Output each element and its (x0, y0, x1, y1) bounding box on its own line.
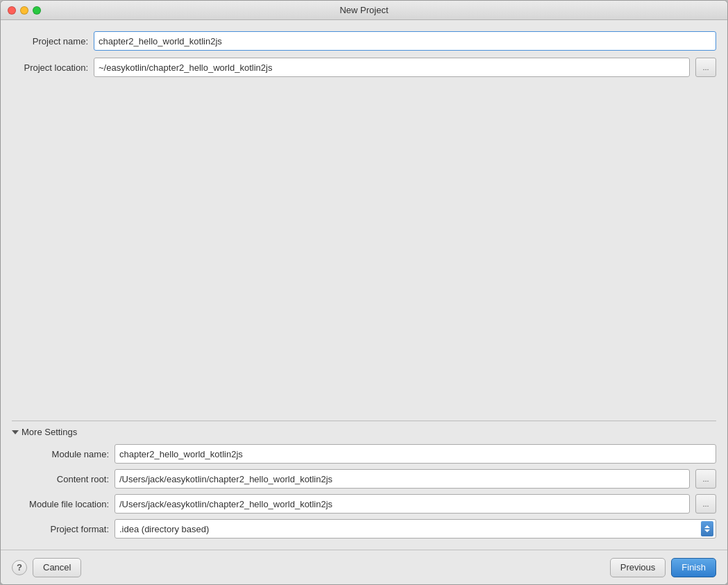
spacer (12, 84, 716, 414)
project-format-select[interactable]: .idea (directory based) .ipr (file based… (115, 519, 716, 539)
maximize-button[interactable] (33, 6, 41, 15)
module-file-browse-button[interactable]: ... (695, 494, 716, 514)
project-location-label: Project location: (12, 62, 88, 73)
finish-button[interactable]: Finish (671, 558, 716, 577)
content-root-label: Content root: (12, 474, 109, 484)
close-button[interactable] (8, 6, 16, 15)
help-button[interactable]: ? (12, 560, 27, 575)
module-name-row: Module name: (12, 444, 716, 464)
module-file-input[interactable] (115, 494, 690, 514)
project-name-input[interactable] (94, 31, 716, 51)
collapse-icon (12, 430, 19, 434)
main-content: Project name: Project location: ... More… (1, 20, 727, 550)
content-root-row: Content root: ... (12, 469, 716, 489)
previous-button[interactable]: Previous (610, 558, 666, 577)
window-title: New Project (339, 5, 388, 15)
project-name-label: Project name: (12, 36, 88, 46)
more-settings-header[interactable]: More Settings (12, 427, 716, 437)
bottom-left-actions: ? Cancel (12, 558, 81, 577)
more-settings-content: Module name: Content root: ... Module fi… (12, 444, 716, 539)
bottom-right-actions: Previous Finish (610, 558, 716, 577)
module-file-label: Module file location: (12, 499, 109, 509)
project-name-row: Project name: (12, 31, 716, 51)
content-root-browse-button[interactable]: ... (695, 469, 716, 489)
module-name-input[interactable] (115, 444, 716, 464)
bottom-bar: ? Cancel Previous Finish (1, 550, 727, 584)
window-controls (8, 6, 41, 15)
module-name-label: Module name: (12, 449, 109, 459)
project-format-label: Project format: (12, 524, 109, 534)
project-format-select-wrapper: .idea (directory based) .ipr (file based… (115, 519, 716, 539)
module-file-row: Module file location: ... (12, 494, 716, 514)
title-bar: New Project (1, 1, 727, 20)
more-settings-section: More Settings Module name: Content root:… (12, 421, 716, 539)
more-settings-label: More Settings (22, 427, 77, 437)
minimize-button[interactable] (20, 6, 28, 15)
cancel-button[interactable]: Cancel (33, 558, 81, 577)
project-format-row: Project format: .idea (directory based) … (12, 519, 716, 539)
new-project-window: New Project Project name: Project locati… (0, 0, 728, 585)
project-location-row: Project location: ... (12, 58, 716, 77)
project-location-browse-button[interactable]: ... (695, 58, 716, 77)
project-location-input[interactable] (94, 58, 690, 77)
content-root-input[interactable] (115, 469, 690, 489)
